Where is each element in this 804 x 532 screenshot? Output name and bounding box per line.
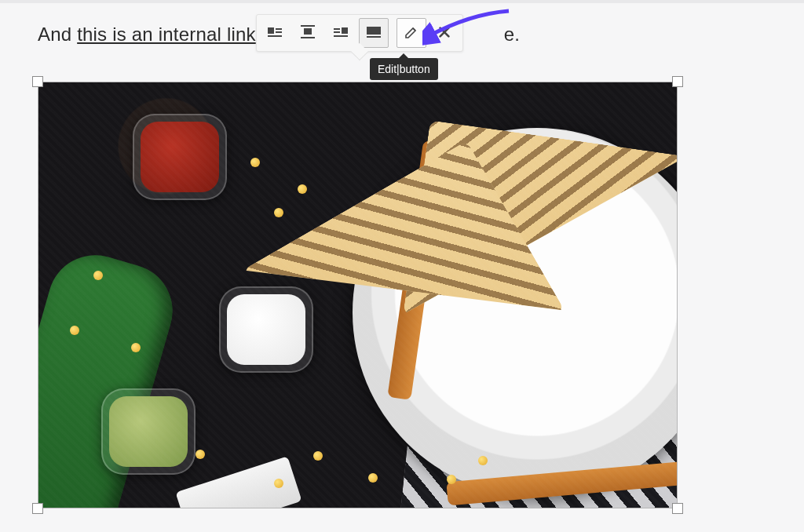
align-right-button[interactable] [326,18,356,48]
svg-rect-7 [342,27,348,34]
resize-handle-bottom-right[interactable] [672,503,683,514]
align-left-icon [267,24,283,42]
paragraph-internal-link[interactable]: this is an internal link [77,24,256,45]
svg-rect-12 [367,36,381,38]
paragraph-text-suffix: e. [499,24,520,45]
close-icon [437,25,451,42]
svg-rect-8 [334,28,340,30]
tooltip: Edit|button [370,58,438,80]
align-left-button[interactable] [260,18,290,48]
resize-handle-top-left[interactable] [32,76,43,87]
svg-rect-4 [304,28,312,35]
svg-rect-6 [301,37,315,38]
svg-rect-9 [334,31,340,33]
svg-rect-1 [276,28,282,30]
align-none-button[interactable] [359,18,389,48]
align-right-icon [333,24,349,42]
svg-rect-2 [276,31,282,33]
edit-button[interactable] [397,18,426,48]
toolbar-separator [392,18,393,48]
svg-rect-10 [334,35,348,37]
image-content [38,82,677,508]
paragraph-text-prefix: And [38,24,77,45]
svg-rect-11 [367,27,381,35]
image-block[interactable] [38,82,678,508]
svg-rect-3 [268,35,282,37]
align-center-icon [300,24,316,42]
align-center-button[interactable] [293,18,323,48]
align-none-icon [366,24,382,42]
svg-rect-5 [301,25,315,27]
remove-button[interactable] [429,18,459,48]
image-toolbar [256,14,463,52]
resize-handle-top-right[interactable] [672,76,683,87]
svg-rect-0 [268,27,274,34]
editor-canvas[interactable]: And this is an internal link e. [0,3,804,508]
resize-handle-bottom-left[interactable] [32,503,43,514]
pencil-icon [404,24,419,42]
